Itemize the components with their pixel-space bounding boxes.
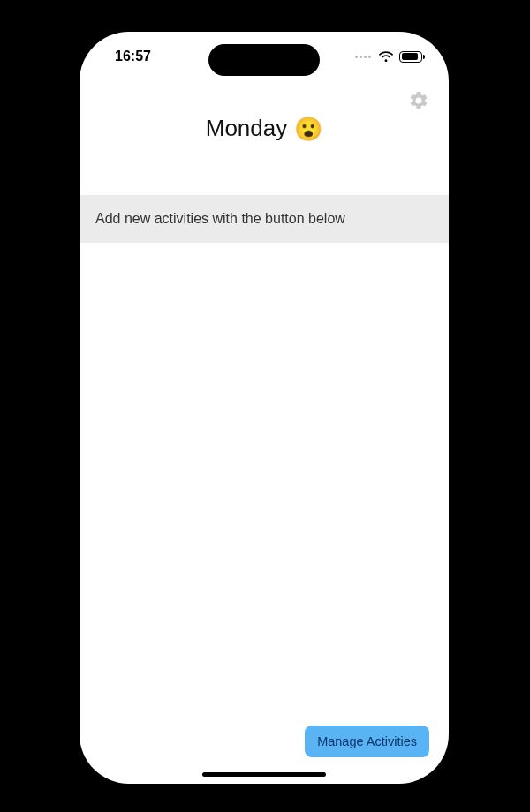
settings-button[interactable]	[406, 88, 431, 113]
battery-icon	[399, 51, 422, 63]
page-title-text: Monday	[206, 115, 288, 142]
screen: Monday 😮 Add new activities with the but…	[80, 32, 449, 784]
dynamic-island	[208, 44, 320, 76]
manage-activities-button[interactable]: Manage Activities	[305, 726, 429, 757]
content-area	[80, 243, 449, 784]
wifi-icon	[378, 51, 394, 63]
empty-state-hint: Add new activities with the button below	[80, 195, 449, 243]
hint-text: Add new activities with the button below	[95, 211, 345, 226]
home-indicator[interactable]	[202, 772, 326, 777]
stage: 16:57	[0, 0, 530, 812]
status-right	[355, 49, 422, 63]
cellular-dots-icon	[355, 56, 371, 58]
gear-icon	[408, 90, 429, 111]
phone-frame: 16:57	[80, 32, 449, 784]
page-title: Monday 😮	[80, 115, 449, 142]
status-time: 16:57	[106, 47, 151, 64]
yawn-emoji-icon: 😮	[294, 117, 322, 140]
